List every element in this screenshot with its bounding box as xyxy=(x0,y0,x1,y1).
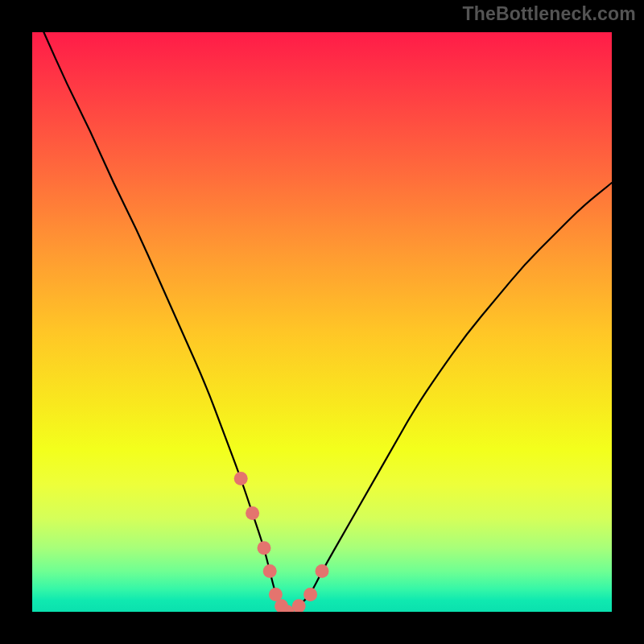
optimal-markers xyxy=(234,472,329,612)
marker-dot xyxy=(263,564,277,578)
marker-dot xyxy=(258,541,271,555)
marker-dot xyxy=(234,472,248,485)
chart-frame: TheBottleneck.com xyxy=(0,0,644,644)
bottleneck-curve xyxy=(43,32,612,610)
marker-dot xyxy=(269,588,283,601)
marker-dot xyxy=(316,564,329,578)
marker-dot xyxy=(246,506,259,520)
plot-area xyxy=(32,32,612,612)
watermark-text: TheBottleneck.com xyxy=(462,3,636,25)
marker-dot xyxy=(303,588,317,601)
curve-layer xyxy=(32,32,612,612)
